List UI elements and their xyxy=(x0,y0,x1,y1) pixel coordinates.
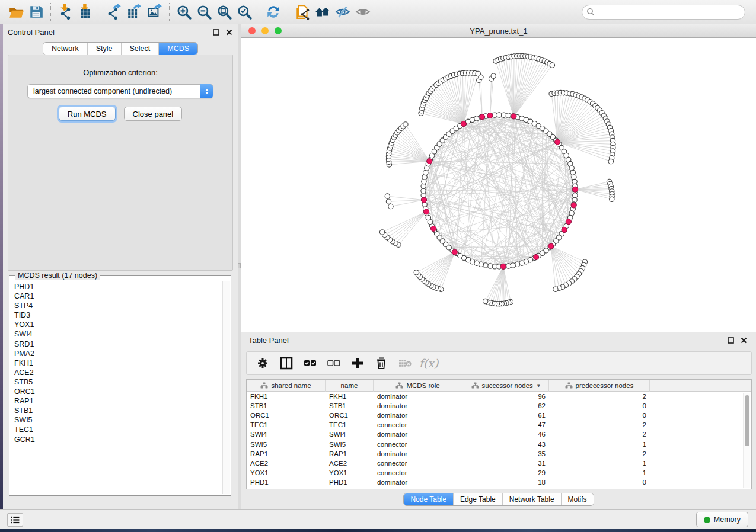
table-row[interactable]: SWI4SWI4dominator462 xyxy=(247,430,751,439)
clone-network-button[interactable] xyxy=(292,2,312,21)
delete-button[interactable] xyxy=(372,354,390,372)
table-scrollbar-thumb[interactable] xyxy=(745,395,749,446)
search-input[interactable] xyxy=(582,5,745,20)
table-toolbar: f(x) xyxy=(246,351,752,375)
table-row[interactable]: YOX1YOX1connector291 xyxy=(247,468,751,477)
table-row[interactable]: RAP1RAP1dominator352 xyxy=(247,449,751,459)
mcds-result-item[interactable]: STB5 xyxy=(14,377,222,387)
status-bar: Memory xyxy=(0,509,756,529)
cell-shared_name: SWI4 xyxy=(247,431,326,438)
table-row[interactable]: STB1STB1dominator620 xyxy=(247,401,751,411)
import-network-button[interactable] xyxy=(55,2,75,21)
mcds-result-item[interactable]: STP4 xyxy=(14,301,222,310)
zoom-in-button[interactable] xyxy=(174,2,194,21)
tab-network-table[interactable]: Network Table xyxy=(502,493,561,505)
table-scrollbar[interactable] xyxy=(743,393,750,488)
cell-predecessors: 2 xyxy=(549,421,650,428)
zoom-out-button[interactable] xyxy=(194,2,214,21)
open-file-button[interactable] xyxy=(6,2,26,21)
search-icon xyxy=(586,8,595,18)
cell-successors: 61 xyxy=(462,412,549,419)
float-panel-icon[interactable] xyxy=(212,28,220,36)
refresh-button[interactable] xyxy=(263,2,283,21)
memory-button[interactable]: Memory xyxy=(696,512,748,527)
table-row[interactable]: FKH1FKH1dominator962 xyxy=(247,392,751,401)
column-header-role[interactable]: MCDS role xyxy=(374,380,462,392)
mcds-result-item[interactable]: TEC1 xyxy=(14,425,222,434)
select-all-button[interactable] xyxy=(301,354,319,372)
delete-table-icon xyxy=(398,357,412,370)
column-header-name[interactable]: name xyxy=(326,380,374,392)
mcds-result-item[interactable]: PHD1 xyxy=(14,282,222,291)
table-row[interactable]: ACE2ACE2connector311 xyxy=(247,459,751,468)
cell-shared_name: YOX1 xyxy=(247,469,326,476)
close-panel-button[interactable]: Close panel xyxy=(124,107,183,121)
add-button[interactable] xyxy=(349,354,366,372)
import-table-button[interactable] xyxy=(75,2,95,21)
column-header-predecessors[interactable]: predecessor nodes xyxy=(549,380,650,392)
gear-icon xyxy=(256,357,269,370)
export-table-button[interactable] xyxy=(125,2,145,21)
tab-select[interactable]: Select xyxy=(121,43,159,55)
cell-predecessors: 2 xyxy=(549,393,650,400)
toolbar-separator xyxy=(50,3,51,21)
mcds-result-item[interactable]: FKH1 xyxy=(14,358,222,368)
houses-button[interactable] xyxy=(312,2,333,21)
close-panel-icon[interactable] xyxy=(225,28,233,36)
cell-name: SWI4 xyxy=(326,431,374,438)
table-row[interactable]: SWI5SWI5connector431 xyxy=(247,439,751,448)
mcds-result-item[interactable]: SWI5 xyxy=(14,415,222,425)
tab-mcds[interactable]: MCDS xyxy=(158,43,197,55)
cell-role: dominator xyxy=(374,479,462,486)
mcds-result-item[interactable]: ACE2 xyxy=(14,368,222,377)
mcds-result-scrollbar[interactable] xyxy=(222,281,230,494)
graph-ring-nodes[interactable] xyxy=(379,53,615,306)
tab-node-table[interactable]: Node Table xyxy=(404,493,453,505)
save-session-button[interactable] xyxy=(26,2,46,21)
mcds-result-item[interactable]: SWI4 xyxy=(14,329,222,339)
mcds-result-item[interactable]: ORC1 xyxy=(14,387,222,396)
cell-role: dominator xyxy=(374,402,462,409)
zoom-fit-button[interactable] xyxy=(214,2,234,21)
gear-button[interactable] xyxy=(254,354,272,372)
zoom-selected-button[interactable] xyxy=(234,2,254,21)
optimization-select[interactable]: largest connected component (undirected) xyxy=(27,84,213,98)
column-header-successors[interactable]: successor nodes▾ xyxy=(462,380,549,392)
cell-name: RAP1 xyxy=(326,450,374,457)
table-row[interactable]: TEC1TEC1connector472 xyxy=(247,420,751,430)
run-mcds-button[interactable]: Run MCDS xyxy=(59,107,116,121)
column-header-filler xyxy=(650,380,751,392)
deselect-all-button[interactable] xyxy=(325,354,343,372)
float-table-panel-icon[interactable] xyxy=(726,336,735,344)
export-image-button[interactable] xyxy=(145,2,165,21)
mcds-result-item[interactable]: PMA2 xyxy=(14,349,222,358)
tab-edge-table[interactable]: Edge Table xyxy=(453,493,502,505)
mcds-result-item[interactable]: RAP1 xyxy=(14,396,222,406)
close-table-panel-icon[interactable] xyxy=(739,336,748,344)
mcds-result-list[interactable]: PHD1CAR1STP4TID3YOX1SWI4SRD1PMA2FKH1ACE2… xyxy=(10,281,222,494)
column-header-shared_name[interactable]: shared name xyxy=(247,380,326,392)
hide-button[interactable] xyxy=(333,2,353,21)
table-row[interactable]: ORC1ORC1dominator610 xyxy=(247,411,751,420)
tab-network[interactable]: Network xyxy=(43,43,87,55)
task-history-button[interactable] xyxy=(7,513,23,527)
tab-style[interactable]: Style xyxy=(87,43,121,55)
cell-role: dominator xyxy=(374,393,462,400)
network-window-titlebar[interactable]: YPA_prune.txt_1 xyxy=(241,24,756,38)
attribute-tree-icon xyxy=(471,382,479,390)
table-row[interactable]: PHD1PHD1dominator180 xyxy=(247,477,751,487)
mcds-result-item[interactable]: GCR1 xyxy=(14,435,222,444)
show-button[interactable] xyxy=(353,2,373,21)
export-table-icon xyxy=(127,4,142,20)
export-network-button[interactable] xyxy=(104,2,125,21)
network-graph-canvas[interactable] xyxy=(241,38,756,331)
zoom-fit-icon xyxy=(216,4,232,20)
tab-motifs[interactable]: Motifs xyxy=(561,493,594,505)
columns-button[interactable] xyxy=(277,354,295,372)
mcds-result-item[interactable]: YOX1 xyxy=(14,320,222,329)
show-icon xyxy=(355,4,371,20)
mcds-result-item[interactable]: SRD1 xyxy=(14,339,222,349)
mcds-result-item[interactable]: TID3 xyxy=(14,310,222,320)
mcds-result-item[interactable]: STB1 xyxy=(14,406,222,415)
mcds-result-item[interactable]: CAR1 xyxy=(14,291,222,301)
